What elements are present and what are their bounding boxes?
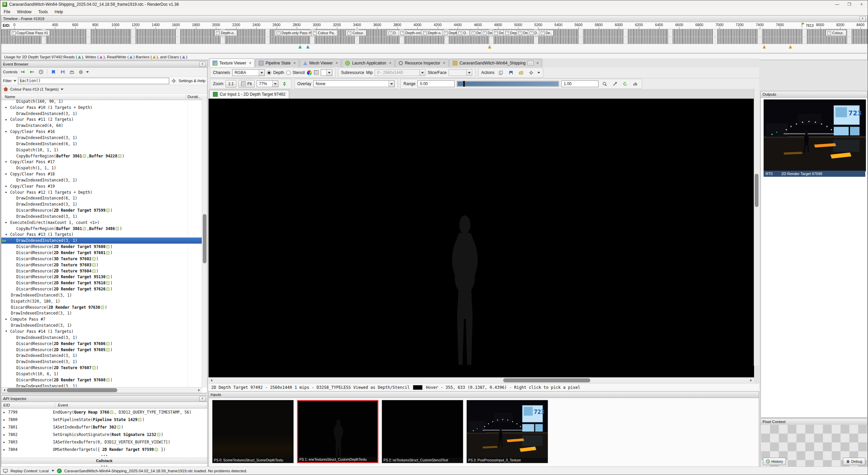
home-icon[interactable] xyxy=(3,87,8,92)
resource-link-icon[interactable] xyxy=(92,257,96,261)
event-row[interactable]: ▶Colour Pass #10 (1 Targets + Depth) xyxy=(1,104,202,111)
event-row[interactable]: DrawIndexedInstanced(3, 1) xyxy=(1,111,202,117)
collapsed-arrow-icon[interactable]: ▶ xyxy=(3,411,8,414)
zoom-range-icon[interactable] xyxy=(600,80,609,88)
close-tab-icon[interactable]: × xyxy=(293,61,296,65)
eid-column-header[interactable]: EID xyxy=(1,403,55,407)
resource-link-icon[interactable] xyxy=(155,448,158,451)
zoom-percent-select[interactable]: 77% xyxy=(257,80,278,87)
event-row[interactable]: DrawIndexedInstanced(3, 1) xyxy=(1,310,202,317)
timeline-pass-label[interactable]: +Depth-o.. xyxy=(214,30,237,36)
event-row[interactable]: DiscardResource(2D Render Target 97630) xyxy=(1,304,202,310)
channels-select[interactable]: RGBA xyxy=(232,69,265,76)
resource-link-icon[interactable] xyxy=(118,154,121,158)
expand-box-icon[interactable]: + xyxy=(472,31,475,35)
breadcrumb-current[interactable]: Colour Pass #13 (1 Targets) xyxy=(10,87,59,91)
resource-link-icon[interactable] xyxy=(101,306,104,309)
expand-box-icon[interactable]: + xyxy=(277,31,280,35)
resource-link-icon[interactable] xyxy=(106,348,110,352)
event-row[interactable]: DiscardResource(3D Texture 97602) xyxy=(1,256,202,262)
input-thumbnail[interactable]: PS 2: neTexturesStruct_CustomStencilText xyxy=(382,400,463,463)
event-row[interactable]: DiscardResource(2D Render Target 95130) xyxy=(1,274,202,280)
save-texture-icon[interactable] xyxy=(507,69,515,76)
timeline-pass-label[interactable]: +D.. xyxy=(457,30,469,36)
api-event-row[interactable]: ▶7800SetPipelineState(Pipeline State 142… xyxy=(1,416,207,423)
collapsed-arrow-icon[interactable]: ▶ xyxy=(5,185,7,188)
expand-box-icon[interactable]: + xyxy=(483,31,487,35)
event-row[interactable]: ▶Copy/Clear Pass #17 xyxy=(1,159,202,165)
event-row[interactable]: DiscardResource(2D Render Target 97600) xyxy=(1,244,202,250)
event-row[interactable]: Dispatch(1, 1, 1) xyxy=(1,165,202,171)
expand-box-icon[interactable]: + xyxy=(530,31,533,35)
event-row[interactable]: CopyBufferRegion(Buffer 3861, Buffer 942… xyxy=(1,153,202,159)
timeline-pass-label[interactable]: +Colour Pa.. xyxy=(311,30,337,36)
debug-button[interactable]: Debug xyxy=(843,458,865,465)
event-row[interactable]: ▶Copy/Clear Pass #16 xyxy=(1,129,202,135)
event-row[interactable]: DiscardResource(2D Render Target 97601) xyxy=(1,250,202,256)
event-row[interactable]: ▶Copy/Clear Pass #18 xyxy=(1,171,202,177)
chevron-down-icon[interactable] xyxy=(61,89,63,90)
zoom-1-1-button[interactable]: 1:1 xyxy=(225,80,237,88)
tab-caravansandwitch-win64-shipping[interactable]: CaravanSandWitch-Win64_Shipping…× xyxy=(449,59,542,67)
step-back-button[interactable] xyxy=(19,68,27,76)
event-row[interactable]: Dispatch(320, 180, 1) xyxy=(1,298,202,304)
timeline-pass-label[interactable]: +D.. xyxy=(528,30,540,36)
event-row[interactable]: Dispatch(10, 6, 1) xyxy=(1,371,202,377)
open-texture-icon[interactable] xyxy=(517,69,525,76)
scroll-left-icon[interactable] xyxy=(2,389,5,392)
close-tab-icon[interactable]: × xyxy=(536,61,539,65)
scroll-right-icon[interactable] xyxy=(198,389,201,392)
expand-box-icon[interactable]: + xyxy=(541,31,545,35)
replay-context-label[interactable]: Replay Context: Local xyxy=(11,469,49,473)
current-eid-marker[interactable]: 7813 xyxy=(801,22,813,28)
collapsed-arrow-icon[interactable]: ▶ xyxy=(5,191,7,194)
expand-box-icon[interactable]: + xyxy=(494,31,498,35)
timeline-ruler[interactable]: EID: 04006008001000120014001600180020002… xyxy=(1,22,867,29)
event-row[interactable]: ▶Copy/Clear Pass #19 xyxy=(1,183,202,189)
event-tree-horizontal-scrollbar[interactable] xyxy=(1,387,202,393)
collapsed-arrow-icon[interactable]: ▶ xyxy=(5,130,7,133)
expand-box-icon[interactable]: + xyxy=(389,31,392,35)
resource-link-icon[interactable] xyxy=(157,433,160,436)
collapsed-arrow-icon[interactable]: ▶ xyxy=(5,318,7,321)
collapsed-arrow-icon[interactable]: ▶ xyxy=(3,433,8,436)
checker-background-icon[interactable] xyxy=(314,70,319,75)
range-max-input[interactable]: 1.00 xyxy=(561,80,598,87)
event-row[interactable]: ▶Compute Pass #7 xyxy=(1,316,202,322)
stencil-radio[interactable] xyxy=(286,71,291,75)
chevron-down-icon[interactable] xyxy=(86,71,89,73)
event-column-header[interactable]: Event xyxy=(55,403,68,407)
event-row[interactable]: DrawIndexedInstanced(3, 1) xyxy=(1,135,202,141)
resource-link-icon[interactable] xyxy=(138,418,141,421)
resource-link-icon[interactable] xyxy=(83,227,86,230)
mip-select[interactable]: 0 - 2560x1440 xyxy=(375,69,426,76)
api-event-row[interactable]: ▶7804OMSetRenderTargets({ 2D Render Targ… xyxy=(1,446,207,453)
timeline-pass-label[interactable]: +Depth-only Pass #5 xyxy=(275,30,314,36)
collapsed-arrow-icon[interactable]: ▶ xyxy=(5,172,7,175)
menu-tools[interactable]: Tools xyxy=(35,8,51,15)
flip-vertical-icon[interactable] xyxy=(280,80,289,88)
autofit-eyedropper-icon[interactable] xyxy=(611,80,619,88)
history-button[interactable]: History xyxy=(763,458,786,465)
tab-overflow-button[interactable]: … xyxy=(528,61,534,65)
resource-link-icon[interactable] xyxy=(83,154,86,158)
api-event-row[interactable]: ▶7799EndQuery(Query Heap 3766, D3D12_QUE… xyxy=(1,408,207,416)
export-button[interactable] xyxy=(68,68,76,76)
chevron-down-icon[interactable] xyxy=(14,80,16,82)
event-row[interactable]: DrawIndexedInstanced(3, 1) xyxy=(1,353,202,359)
render-target-label-strip[interactable]: RT0 2D Render Target 97599 xyxy=(764,171,865,177)
bookmark-button[interactable] xyxy=(50,68,58,76)
scrollbar-thumb[interactable] xyxy=(203,214,206,263)
depth-radio[interactable] xyxy=(267,71,271,75)
api-event-row[interactable]: ▶7802SetGraphicsRootSignature(Root Signa… xyxy=(1,431,207,438)
fit-button[interactable]: Fit xyxy=(238,80,254,88)
texture-canvas[interactable] xyxy=(209,99,754,377)
timeline-usage-markers[interactable] xyxy=(1,44,867,50)
event-row[interactable]: DrawIndexedInstanced(3, 1) xyxy=(1,322,202,328)
range-slider[interactable] xyxy=(457,81,559,87)
expand-box-icon[interactable]: + xyxy=(348,31,351,35)
close-window-button[interactable]: × xyxy=(855,0,868,8)
event-row[interactable]: DiscardResource(2D Texture 97607) xyxy=(1,365,202,371)
resource-link-icon[interactable] xyxy=(106,342,110,345)
resource-link-icon[interactable] xyxy=(106,287,110,291)
